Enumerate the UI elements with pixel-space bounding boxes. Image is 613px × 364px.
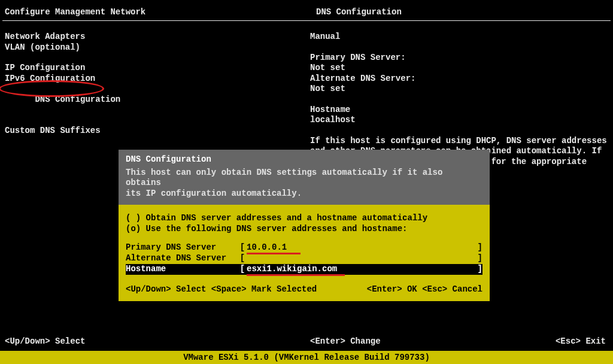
key-hint-bar: <Up/Down> Select <Enter> Change <Esc> Ex… xyxy=(0,334,613,348)
cancel-button-label: Cancel xyxy=(447,284,482,294)
bracket-close-icon: ] xyxy=(477,264,482,275)
hint-space-label: Mark Selected xyxy=(247,284,317,294)
dns-configuration-dialog: DNS Configuration This host can only obt… xyxy=(119,150,490,301)
menu-item-dns-config[interactable]: DNS Configuration xyxy=(5,84,310,126)
ok-button[interactable]: <Enter> xyxy=(367,284,402,294)
bracket-open-icon: [ xyxy=(238,242,247,253)
hint-updown-label: Select xyxy=(171,284,211,294)
detail-hostname-label: Hostname xyxy=(310,105,608,116)
ok-button-label: OK xyxy=(402,284,423,294)
hint-enter-label: Change xyxy=(345,336,381,346)
field-hostname-value[interactable]: esxi1.wikigain.com xyxy=(247,264,477,275)
bracket-open-icon: [ xyxy=(238,253,247,264)
cancel-button[interactable]: <Esc> xyxy=(422,284,447,294)
dialog-description-line: its IP configuration automatically. xyxy=(126,189,482,199)
menu-item-dns-config-label: DNS Configuration xyxy=(35,95,120,104)
field-primary-dns-label: Primary DNS Server xyxy=(126,242,238,253)
page-title-left: Configure Management Network xyxy=(5,7,316,17)
radio-option-manual[interactable]: (o) Use the following DNS server address… xyxy=(126,224,482,235)
hint-updown-key: <Up/Down> xyxy=(5,336,50,346)
field-primary-dns[interactable]: Primary DNS Server [ 10.0.0.1 ] xyxy=(126,242,482,253)
hint-updown-key: <Up/Down> xyxy=(126,284,171,294)
version-bar: VMware ESXi 5.1.0 (VMKernel Release Buil… xyxy=(0,351,613,364)
highlight-underline-icon xyxy=(247,274,345,276)
hint-esc-key: <Esc> xyxy=(556,336,581,346)
detail-primary-value: Not set xyxy=(310,63,608,74)
hint-space-key: <Space> xyxy=(211,284,247,294)
menu-item-custom-dns-suffixes[interactable]: Custom DNS Suffixes xyxy=(5,126,310,136)
bracket-open-icon: [ xyxy=(238,264,247,275)
page-title-right: DNS Configuration xyxy=(316,7,608,17)
field-hostname[interactable]: Hostname [ esxi1.wikigain.com ] xyxy=(126,264,482,275)
detail-primary-label: Primary DNS Server: xyxy=(310,53,608,63)
hint-enter-key: <Enter> xyxy=(310,336,345,346)
menu-item-vlan[interactable]: VLAN (optional) xyxy=(5,43,310,53)
dialog-description-line: This host can only obtain DNS settings a… xyxy=(126,168,482,189)
detail-alternate-value: Not set xyxy=(310,84,608,95)
field-alternate-dns[interactable]: Alternate DNS Server [ ] xyxy=(126,253,482,264)
bracket-close-icon: ] xyxy=(477,242,482,253)
detail-hostname-value: localhost xyxy=(310,115,608,126)
menu-item-ipv6-config[interactable]: IPv6 Configuration xyxy=(5,74,310,84)
menu-item-network-adapters[interactable]: Network Adapters xyxy=(5,32,310,43)
field-primary-dns-value[interactable]: 10.0.0.1 xyxy=(247,242,477,253)
dialog-title: DNS Configuration xyxy=(126,154,482,165)
hint-updown-label: Select xyxy=(50,336,86,346)
radio-option-auto[interactable]: ( ) Obtain DNS server addresses and a ho… xyxy=(126,213,482,224)
hint-esc-label: Exit xyxy=(581,336,606,346)
detail-note-line: If this host is configured using DHCP, D… xyxy=(310,136,608,147)
detail-alternate-label: Alternate DNS Server: xyxy=(310,74,608,84)
menu-item-ip-config[interactable]: IP Configuration xyxy=(5,63,310,74)
field-alternate-dns-label: Alternate DNS Server xyxy=(126,253,238,264)
detail-mode: Manual xyxy=(310,32,608,43)
bracket-close-icon: ] xyxy=(477,253,482,264)
field-hostname-label: Hostname xyxy=(126,264,238,275)
